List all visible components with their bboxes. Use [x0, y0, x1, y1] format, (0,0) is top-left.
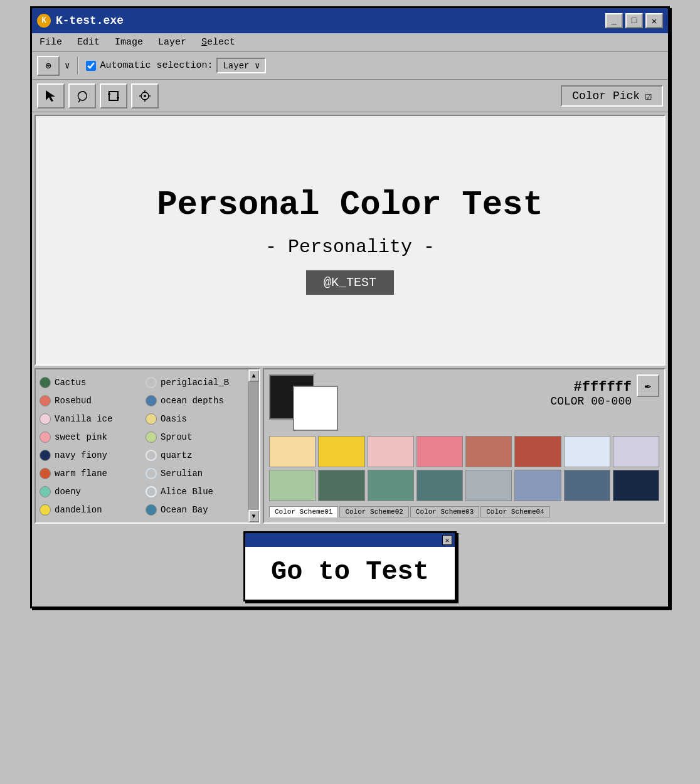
menu-edit[interactable]: Edit	[75, 36, 102, 49]
list-item[interactable]: doeny	[38, 484, 139, 499]
list-item[interactable]: navy fiony	[38, 447, 139, 463]
list-item[interactable]: warm flane	[38, 465, 139, 481]
hex-value: #ffffff	[490, 379, 632, 395]
palette-cell[interactable]	[514, 470, 561, 501]
crop-tool-btn[interactable]	[100, 83, 127, 109]
scheme-info: #ffffff COLOR 00-000	[490, 374, 632, 408]
toolbar-separator	[77, 57, 78, 75]
palette-cell[interactable]	[416, 470, 463, 501]
canvas-tag: @K_TEST	[306, 270, 394, 295]
app-icon: K	[37, 14, 51, 28]
goto-window: ✕ Go to Test	[243, 531, 457, 601]
toolbar: ⊕ ∨ Automatic selection: Layer ∨	[32, 52, 668, 80]
menu-bar: File Edit Image Layer Select	[32, 33, 668, 52]
color-scheme-panel: #ffffff COLOR 00-000 ✒ Color Scheme01Col…	[263, 368, 666, 524]
list-item[interactable]: periglacial_B	[144, 374, 245, 390]
palette-cell[interactable]	[416, 436, 463, 467]
scheme-tab-4[interactable]: Color Scheme04	[480, 506, 549, 517]
auto-selection-checkbox[interactable]	[86, 61, 96, 71]
palette-cell[interactable]	[318, 470, 364, 501]
scheme-tab-1[interactable]: Color Scheme01	[269, 506, 338, 517]
list-item[interactable]: Ocean Bay	[144, 502, 245, 517]
color-pick-button[interactable]: Color Pick ☑	[561, 85, 663, 107]
layer-dropdown[interactable]: Layer ∨	[216, 58, 266, 73]
scroll-down-btn[interactable]: ▼	[248, 510, 260, 522]
svg-point-10	[144, 95, 146, 97]
palette-grid	[269, 436, 659, 501]
close-button[interactable]: ✕	[645, 13, 663, 28]
palette-cell[interactable]	[564, 470, 610, 501]
auto-selection-label: Automatic selection:	[100, 60, 213, 71]
palette-cell[interactable]	[465, 470, 512, 501]
menu-file[interactable]: File	[37, 36, 65, 49]
eyedropper-button[interactable]: ✒	[637, 374, 659, 397]
color-list-content: Cactusperiglacial_BRosebudocean depthsVa…	[36, 369, 248, 522]
color-preview-fg	[293, 386, 338, 431]
list-item[interactable]: quartz	[144, 447, 245, 463]
scheme-tabs: Color Scheme01Color Scheme02Color Scheme…	[269, 506, 659, 517]
canvas-area: Personal Color Test - Personality - @K_T…	[34, 115, 666, 366]
eyedropper-icon: ✒	[645, 379, 652, 393]
bottom-section: Cactusperiglacial_BRosebudocean depthsVa…	[34, 368, 666, 524]
title-bar: K K-test.exe _ □ ✕	[32, 8, 668, 33]
auto-selection-area: Automatic selection: Layer ∨	[86, 58, 266, 73]
menu-select[interactable]: Select	[199, 36, 238, 49]
scheme-tab-2[interactable]: Color Scheme02	[339, 506, 408, 517]
window-controls: _ □ ✕	[605, 13, 663, 28]
goto-label[interactable]: Go to Test	[245, 547, 455, 600]
list-item[interactable]: Alice Blue	[144, 484, 245, 499]
goto-title-bar: ✕	[245, 533, 455, 547]
title-bar-left: K K-test.exe	[37, 14, 124, 28]
list-item[interactable]: sweet pink	[38, 429, 139, 445]
menu-image[interactable]: Image	[112, 36, 146, 49]
palette-cell[interactable]	[269, 470, 316, 501]
color-code: COLOR 00-000	[490, 395, 632, 408]
list-item[interactable]: Cactus	[38, 374, 139, 390]
palette-cell[interactable]	[613, 470, 659, 501]
list-item[interactable]: dandelion	[38, 502, 139, 517]
goto-section: ✕ Go to Test	[32, 526, 668, 607]
palette-cell[interactable]	[613, 436, 659, 467]
list-item[interactable]: ocean depths	[144, 393, 245, 408]
scheme-top: #ffffff COLOR 00-000 ✒	[269, 374, 659, 431]
list-item[interactable]: Rosebud	[38, 393, 139, 408]
palette-cell[interactable]	[269, 436, 316, 467]
main-window: K K-test.exe _ □ ✕ File Edit Image Layer…	[30, 6, 670, 608]
scroll-up-btn[interactable]: ▲	[248, 369, 260, 382]
svg-marker-0	[46, 90, 55, 102]
palette-cell[interactable]	[465, 436, 512, 467]
crosshair-tool-btn[interactable]	[131, 83, 159, 109]
canvas-title: Personal Color Test	[157, 186, 543, 224]
move-tool-btn[interactable]: ⊕	[37, 56, 60, 76]
toolbar-dropdown-arrow[interactable]: ∨	[65, 60, 70, 71]
color-pick-label: Color Pick	[572, 90, 640, 102]
list-item[interactable]: Sprout	[144, 429, 245, 445]
color-preview-box	[269, 374, 338, 431]
maximize-button[interactable]: □	[625, 13, 643, 28]
menu-layer[interactable]: Layer	[156, 36, 189, 49]
palette-cell[interactable]	[564, 436, 610, 467]
list-item[interactable]: Vanilla ice	[38, 411, 139, 426]
lasso-tool-btn[interactable]	[68, 83, 96, 109]
minimize-button[interactable]: _	[605, 13, 623, 28]
list-item[interactable]: Oasis	[144, 411, 245, 426]
palette-cell[interactable]	[368, 436, 414, 467]
goto-close-button[interactable]: ✕	[442, 535, 452, 545]
window-title: K-test.exe	[56, 14, 124, 27]
color-list-panel: Cactusperiglacial_BRosebudocean depthsVa…	[34, 368, 260, 524]
color-pick-checkbox: ☑	[645, 89, 652, 103]
tools-row: Color Pick ☑	[32, 80, 668, 112]
list-item[interactable]: Serulian	[144, 465, 245, 481]
scheme-tab-3[interactable]: Color Scheme03	[410, 506, 479, 517]
color-list-scrollbar: ▲ ▼	[248, 369, 259, 522]
svg-line-1	[78, 100, 80, 102]
canvas-subtitle: - Personality -	[265, 236, 435, 258]
arrow-tool-btn[interactable]	[37, 83, 65, 109]
svg-rect-2	[109, 92, 118, 100]
palette-cell[interactable]	[368, 470, 414, 501]
palette-cell[interactable]	[514, 436, 561, 467]
palette-cell[interactable]	[318, 436, 364, 467]
scroll-track[interactable]	[248, 382, 259, 510]
